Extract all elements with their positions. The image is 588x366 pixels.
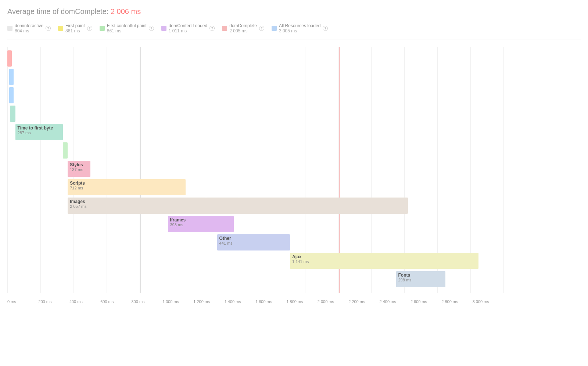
legend-label: domComplete: [229, 23, 257, 28]
bar-block-styles: Styles137 ms: [68, 161, 90, 177]
legend-value: 861 ms: [65, 28, 85, 33]
legend-value: 3 005 ms: [279, 28, 320, 33]
bar-duration-time_to_first_byte: 287 ms: [18, 131, 61, 135]
title-prefix: Average time of domComplete:: [7, 7, 108, 15]
bar-name-ajax: Ajax: [292, 254, 476, 259]
bar-name-fonts: Fonts: [398, 273, 443, 278]
help-icon[interactable]: ?: [323, 26, 328, 31]
legend-swatch: [272, 26, 277, 31]
legend-label: All Resources loaded: [279, 23, 320, 28]
milestone-line-dominteractive: [140, 47, 141, 293]
bar-name-iframes: Iframes: [170, 217, 232, 223]
bar-name-styles: Styles: [70, 162, 88, 167]
x-tick-1: 200 ms: [38, 299, 69, 304]
x-tick-5: 1 000 ms: [162, 299, 193, 304]
help-icon[interactable]: ?: [259, 26, 264, 31]
x-tick-13: 2 600 ms: [410, 299, 441, 304]
bar-duration-styles: 137 ms: [70, 167, 88, 172]
legend: dominteractive 804 ms ? First paint 861 …: [7, 23, 581, 39]
bar-block-delay: [7, 50, 12, 67]
legend-label: domContentLoaded: [169, 23, 207, 28]
bar-row-content_download: [7, 142, 503, 159]
bar-block-domain_lookup: [9, 69, 14, 85]
bar-block-fonts: Fonts298 ms: [396, 271, 445, 287]
bar-row-fonts: Fonts298 ms: [7, 271, 503, 287]
legend-value: 804 ms: [15, 28, 43, 33]
legend-label: dominteractive: [15, 23, 43, 28]
page-header: Average time of domComplete: 2 006 ms: [7, 7, 581, 16]
x-tick-4: 800 ms: [132, 299, 162, 304]
legend-item-first_contentful_paint: First contentful paint 861 ms ?: [100, 23, 154, 33]
bar-duration-other: 441 ms: [219, 241, 288, 245]
grid-line: [503, 47, 504, 293]
legend-value: 861 ms: [107, 28, 147, 33]
bar-duration-scripts: 712 ms: [70, 186, 183, 190]
legend-swatch: [222, 26, 227, 31]
legend-label: First paint: [65, 23, 85, 28]
bar-row-delay: [7, 50, 503, 67]
x-tick-10: 2 000 ms: [318, 299, 348, 304]
bar-block-ajax: Ajax1 141 ms: [290, 253, 478, 269]
bar-name-time_to_first_byte: Time to first byte: [18, 125, 61, 131]
bar-name-images: Images: [70, 199, 406, 204]
legend-swatch: [7, 26, 12, 31]
x-tick-6: 1 200 ms: [193, 299, 224, 304]
bar-row-time_to_first_byte: Time to first byte287 ms: [7, 124, 503, 140]
chart-area: Time to first byte287 msStyles137 msScri…: [7, 47, 581, 304]
bar-duration-iframes: 398 ms: [170, 223, 232, 227]
legend-item-all_resources_loaded: All Resources loaded 3 005 ms ?: [272, 23, 328, 33]
bar-block-time_to_first_byte: Time to first byte287 ms: [15, 124, 63, 140]
bar-duration-fonts: 298 ms: [398, 278, 443, 282]
bar-duration-ajax: 1 141 ms: [292, 259, 476, 264]
bar-row-ajax: Ajax1 141 ms: [7, 253, 503, 269]
legend-value: 1 011 ms: [169, 28, 207, 33]
bar-duration-images: 2 057 ms: [70, 204, 406, 209]
bar-block-scripts: Scripts712 ms: [68, 179, 185, 195]
bar-block-content_download: [63, 142, 68, 159]
x-tick-15: 3 000 ms: [473, 299, 503, 304]
legend-item-first_paint: First paint 861 ms ?: [58, 23, 92, 33]
bar-row-scripts: Scripts712 ms: [7, 179, 503, 195]
x-tick-11: 2 200 ms: [348, 299, 379, 304]
help-icon[interactable]: ?: [46, 26, 51, 31]
help-icon[interactable]: ?: [209, 26, 215, 31]
help-icon[interactable]: ?: [149, 26, 154, 31]
legend-swatch: [58, 26, 63, 31]
bar-row-request: [7, 106, 503, 122]
bar-row-tcp_connect: [7, 87, 503, 103]
legend-label: First contentful paint: [107, 23, 147, 28]
bar-block-request: [10, 106, 15, 122]
x-tick-2: 400 ms: [69, 299, 100, 304]
bar-row-other: Other441 ms: [7, 234, 503, 250]
bar-row-images: Images2 057 ms: [7, 198, 503, 214]
legend-value: 2 005 ms: [229, 28, 257, 33]
legend-item-dominteractive: dominteractive 804 ms ?: [7, 23, 51, 33]
bar-block-tcp_connect: [9, 87, 14, 103]
bar-name-scripts: Scripts: [70, 181, 183, 186]
bar-block-iframes: Iframes398 ms: [168, 216, 234, 232]
x-tick-14: 2 800 ms: [441, 299, 472, 304]
bar-row-styles: Styles137 ms: [7, 161, 503, 177]
x-tick-0: 0 ms: [7, 299, 38, 304]
x-tick-12: 2 400 ms: [380, 299, 410, 304]
title-value: 2 006 ms: [111, 7, 141, 15]
bar-block-images: Images2 057 ms: [68, 198, 408, 214]
x-tick-9: 1 800 ms: [286, 299, 317, 304]
page-title: Average time of domComplete: 2 006 ms: [7, 7, 581, 16]
x-tick-7: 1 400 ms: [225, 299, 255, 304]
x-tick-8: 1 600 ms: [255, 299, 286, 304]
help-icon[interactable]: ?: [87, 26, 92, 31]
legend-item-domcomplete: domComplete 2 005 ms ?: [222, 23, 264, 33]
bar-row-domain_lookup: [7, 69, 503, 85]
legend-item-domcontentloaded: domContentLoaded 1 011 ms ?: [161, 23, 215, 33]
bar-name-other: Other: [219, 236, 288, 241]
bar-block-other: Other441 ms: [217, 234, 290, 250]
bar-row-iframes: Iframes398 ms: [7, 216, 503, 232]
legend-swatch: [100, 26, 105, 31]
legend-swatch: [161, 26, 166, 31]
x-tick-3: 600 ms: [100, 299, 131, 304]
